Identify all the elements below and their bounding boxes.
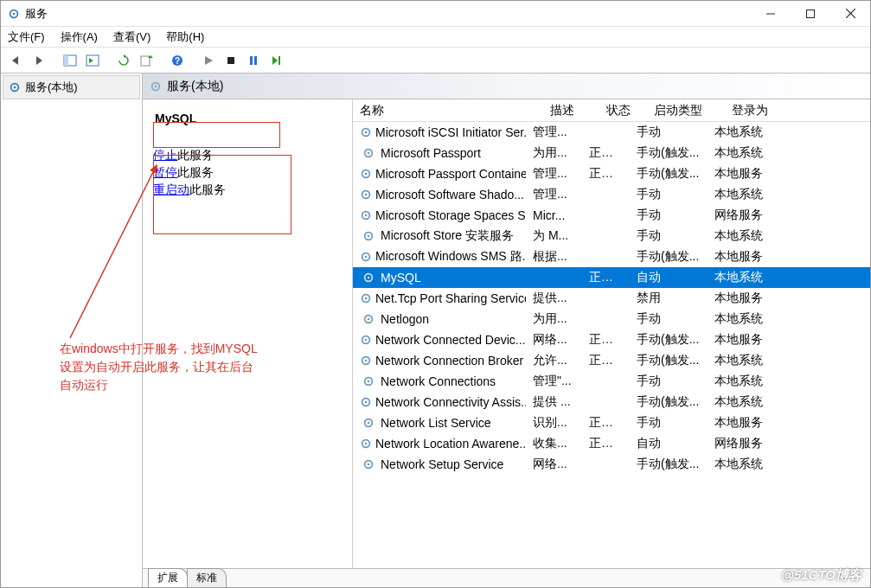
tree-node-services-local[interactable]: 服务(本地) bbox=[3, 75, 140, 99]
col-status[interactable]: 状态 bbox=[599, 103, 647, 118]
service-desc: 允许... bbox=[526, 353, 582, 368]
svg-point-58 bbox=[365, 443, 368, 445]
window-controls bbox=[751, 1, 870, 26]
svg-point-26 bbox=[155, 85, 157, 87]
main-area: 服务(本地) 服务(本地) MySQL 停止此服务 暂停此服务 重启动此服务 bbox=[1, 74, 870, 587]
service-logon: 本地系统 bbox=[708, 125, 785, 140]
service-row[interactable]: Microsoft Passport Container管理...正在...手动… bbox=[353, 163, 870, 184]
service-desc: 网络... bbox=[526, 457, 582, 472]
service-startup: 手动(触发... bbox=[630, 145, 708, 161]
service-row[interactable]: Microsoft iSCSI Initiator Ser...管理...手动本… bbox=[353, 122, 870, 143]
service-desc: 为用... bbox=[526, 311, 582, 327]
service-row[interactable]: Microsoft Store 安装服务为 M...手动本地系统 bbox=[353, 226, 870, 246]
gear-icon bbox=[360, 375, 377, 387]
service-name: Microsoft Storage Spaces S... bbox=[375, 208, 526, 222]
tree-node-label: 服务(本地) bbox=[25, 80, 78, 95]
forward-button[interactable] bbox=[29, 50, 49, 71]
pane-header: 服务(本地) bbox=[143, 74, 870, 99]
service-row[interactable]: MySQL正在...自动本地系统 bbox=[353, 267, 870, 288]
pause-link[interactable]: 暂停 bbox=[153, 165, 177, 179]
svg-rect-19 bbox=[250, 56, 253, 65]
svg-point-42 bbox=[368, 277, 370, 279]
service-row[interactable]: Network Connectivity Assis...提供 ...手动(触发… bbox=[353, 392, 870, 412]
service-row[interactable]: Network Connected Devic...网络...正在...手动(触… bbox=[353, 329, 870, 350]
svg-point-48 bbox=[365, 339, 368, 342]
service-logon: 本地服务 bbox=[708, 249, 785, 265]
service-logon: 本地系统 bbox=[708, 394, 785, 410]
service-logon: 本地系统 bbox=[708, 311, 785, 327]
svg-point-1 bbox=[13, 12, 16, 15]
col-desc[interactable]: 描述 bbox=[543, 103, 599, 118]
service-name: Microsoft Software Shado... bbox=[375, 188, 524, 201]
service-name: Net.Tcp Port Sharing Service bbox=[375, 291, 526, 305]
svg-point-36 bbox=[365, 214, 368, 217]
service-rows[interactable]: Microsoft iSCSI Initiator Ser...管理...手动本… bbox=[353, 122, 870, 568]
service-row[interactable]: Network Connection Broker允许...正在...手动(触发… bbox=[353, 350, 870, 371]
service-row[interactable]: Network Location Awarene...收集...正在...自动网… bbox=[353, 433, 870, 454]
service-name: Network Connectivity Assis... bbox=[375, 395, 526, 409]
close-button[interactable] bbox=[830, 1, 870, 26]
service-row[interactable]: Network Connections管理"...手动本地系统 bbox=[353, 371, 870, 392]
service-desc: 提供... bbox=[526, 291, 582, 306]
svg-point-24 bbox=[14, 86, 16, 89]
minimize-button[interactable] bbox=[751, 1, 791, 26]
restart-link[interactable]: 重启动 bbox=[153, 182, 189, 196]
service-name: MySQL bbox=[381, 271, 421, 284]
service-desc: 管理... bbox=[526, 166, 582, 182]
back-button[interactable] bbox=[6, 50, 27, 71]
export-button[interactable] bbox=[136, 50, 157, 71]
svg-marker-17 bbox=[205, 56, 213, 65]
service-row[interactable]: Network List Service识别...正在...手动本地服务 bbox=[353, 412, 870, 433]
service-desc: Micr... bbox=[526, 208, 582, 222]
tab-standard[interactable]: 标准 bbox=[187, 568, 227, 587]
menu-view[interactable]: 查看(V) bbox=[113, 29, 151, 45]
start-service-button[interactable] bbox=[198, 50, 219, 71]
tab-extended[interactable]: 扩展 bbox=[148, 568, 188, 587]
maximize-button[interactable] bbox=[791, 1, 830, 26]
service-row[interactable]: Microsoft Windows SMS 路...根据...手动(触发...本… bbox=[353, 246, 870, 267]
svg-point-40 bbox=[365, 256, 368, 259]
gear-icon bbox=[360, 168, 372, 180]
service-desc: 为用... bbox=[526, 145, 582, 161]
service-row[interactable]: Microsoft Software Shado...管理...手动本地系统 bbox=[353, 184, 870, 205]
refresh-button[interactable] bbox=[113, 50, 134, 71]
col-startup[interactable]: 启动类型 bbox=[647, 103, 725, 118]
service-row[interactable]: Net.Tcp Port Sharing Service提供...禁用本地服务 bbox=[353, 288, 870, 309]
menu-help[interactable]: 帮助(H) bbox=[166, 29, 204, 45]
service-row[interactable]: Netlogon为用...手动本地系统 bbox=[353, 309, 870, 329]
help-button[interactable]: ? bbox=[167, 50, 188, 71]
service-desc: 管理... bbox=[526, 125, 582, 140]
col-name[interactable]: 名称 bbox=[353, 103, 543, 118]
svg-point-54 bbox=[365, 401, 368, 404]
show-hide-tree-button[interactable] bbox=[60, 50, 80, 71]
stop-link[interactable]: 停止 bbox=[153, 148, 177, 162]
service-logon: 网络服务 bbox=[708, 436, 785, 451]
svg-point-46 bbox=[368, 318, 370, 321]
menu-file[interactable]: 文件(F) bbox=[8, 29, 45, 45]
detail-actions: 停止此服务 暂停此服务 重启动此服务 bbox=[153, 148, 342, 198]
svg-marker-21 bbox=[272, 56, 278, 65]
annotation-text: 在windows中打开服务，找到MYSQL 设置为自动开启此服务，让其在后台 自… bbox=[60, 340, 328, 394]
svg-point-52 bbox=[368, 380, 370, 383]
service-row[interactable]: Microsoft Passport为用...正在...手动(触发...本地系统 bbox=[353, 143, 870, 163]
service-name: Network Location Awarene... bbox=[375, 437, 526, 451]
watermark: @51CTO博客 bbox=[781, 567, 861, 584]
stop-service-button[interactable] bbox=[221, 50, 241, 71]
restart-service-button[interactable] bbox=[266, 50, 286, 71]
menu-action[interactable]: 操作(A) bbox=[61, 29, 98, 45]
service-status: 正在... bbox=[582, 436, 630, 451]
service-startup: 手动 bbox=[630, 208, 708, 223]
service-desc: 为 M... bbox=[526, 228, 582, 244]
pause-service-button[interactable] bbox=[243, 50, 264, 71]
col-logon[interactable]: 登录为 bbox=[725, 103, 803, 118]
svg-text:?: ? bbox=[175, 56, 180, 66]
service-row[interactable]: Network Setup Service网络...手动(触发...本地系统 bbox=[353, 454, 870, 475]
svg-point-56 bbox=[368, 422, 370, 425]
service-row[interactable]: Microsoft Storage Spaces S...Micr...手动网络… bbox=[353, 205, 870, 226]
right-pane: 服务(本地) MySQL 停止此服务 暂停此服务 重启动此服务 名称 描述 状态… bbox=[143, 74, 870, 587]
service-startup: 禁用 bbox=[630, 291, 708, 306]
service-startup: 手动(触发... bbox=[630, 394, 708, 410]
details-button[interactable] bbox=[82, 50, 103, 71]
gear-icon bbox=[360, 355, 372, 367]
gear-icon bbox=[360, 396, 372, 408]
